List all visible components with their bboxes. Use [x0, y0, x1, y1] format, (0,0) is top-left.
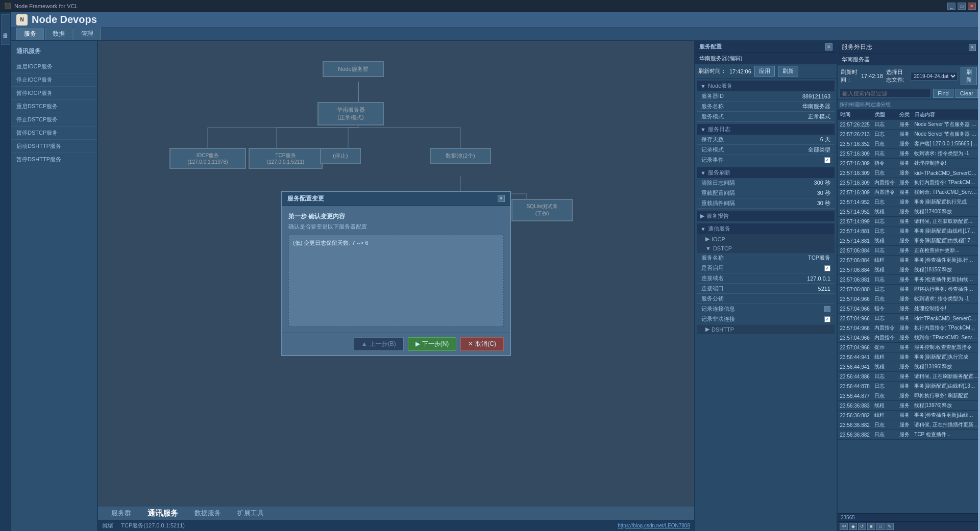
- service-report-title[interactable]: ▶ 服务报告: [697, 211, 835, 221]
- log-table-row[interactable]: 23:57:14:881 日志 服务 事务|刷新配置|由线程[17400]: [838, 226, 980, 236]
- log-cell-type: 线程: [872, 236, 897, 246]
- log-table-row[interactable]: 23:57:16:352 日志 服务 客户端[ 127.0.0.1:55665 …: [838, 139, 980, 149]
- log-table-row[interactable]: 23:57:26:225 日志 服务 Node Server 节点服务器 已停止: [838, 120, 980, 130]
- dialog-cancel-button[interactable]: ✕ 取消(C): [460, 337, 504, 351]
- dstcp-section-title[interactable]: ▼ DSTCP: [697, 244, 835, 253]
- collapse-icon-log: ▼: [700, 127, 706, 133]
- tree-item-1[interactable]: 停止IOCP服务: [11, 73, 97, 87]
- tree-item-2[interactable]: 暂停IOCP服务: [11, 87, 97, 100]
- log-col-time[interactable]: 时间: [838, 110, 873, 120]
- log-cell-type: 日志: [872, 246, 897, 256]
- log-table-row[interactable]: 23:57:04:966 日志 服务 收到请求: 指令类型为 -1: [838, 294, 980, 304]
- log-icon-diamond[interactable]: ◆: [849, 523, 857, 530]
- dshttp-section-title[interactable]: ▶ DSHTTP: [697, 324, 835, 334]
- log-col-type[interactable]: 类型: [872, 110, 897, 120]
- dialog-close-button[interactable]: ✕: [498, 195, 505, 202]
- log-table-row[interactable]: 23:57:16:309 指令 服务 处理控制指令!: [838, 159, 980, 168]
- log-table-row[interactable]: 23:57:16:309 日志 服务 kid=TPackCMD_ServerCo…: [838, 168, 980, 178]
- log-mode-row: 记录模式 全部类型: [697, 145, 835, 155]
- tree-item-0[interactable]: 重启IOCP服务: [11, 60, 97, 73]
- log-table-row[interactable]: 23:57:06:884 线程 服务 线程[18156]释放: [838, 265, 980, 275]
- dstcp-enabled-check[interactable]: ✓: [824, 265, 830, 271]
- bottom-tab-data[interactable]: 数据服务: [191, 508, 224, 519]
- log-table-row[interactable]: 23:56:36:883 线程 服务 线程[13976]释放: [838, 401, 980, 411]
- dialog-next-button[interactable]: ▶ 下一步(N): [408, 337, 457, 351]
- log-table-row[interactable]: 23:57:16:309 内置指令 服务 执行内置指令: TPackCMD_Se…: [838, 178, 980, 188]
- log-cell-type: 日志: [872, 149, 897, 159]
- log-col-content[interactable]: 日志内容: [912, 110, 979, 120]
- log-clear-button[interactable]: Clear: [955, 89, 978, 98]
- log-table-row[interactable]: 23:56:44:877 日志 服务 即将执行事务: 刷新配置: [838, 391, 980, 401]
- close-button[interactable]: ✕: [968, 3, 976, 10]
- log-cell-type: 线程: [872, 207, 897, 217]
- log-table-row[interactable]: 23:56:36:882 日志 服务 TCP 检查插件...: [838, 430, 980, 440]
- log-search-input[interactable]: [840, 89, 931, 98]
- sidebar-icon-platform[interactable]: 运维平台: [1, 14, 10, 45]
- log-table-row[interactable]: 23:57:04:966 指令 服务 处理控制指令!: [838, 304, 980, 314]
- log-table-row[interactable]: 23:57:06:884 线程 服务 事务[检查插件更新]执行完成: [838, 256, 980, 265]
- log-table-row[interactable]: 23:57:06:881 日志 服务 事务[检查插件更新]由线程[1815: [838, 275, 980, 285]
- log-table-row[interactable]: 23:57:14:881 线程 服务 事务[刷新配置]由线程[17400]提: [838, 236, 980, 246]
- log-table-row[interactable]: 23:56:44:878 日志 服务 事务[刷新配置]由线程[13196]提: [838, 382, 980, 391]
- tab-service[interactable]: 服务: [16, 28, 44, 40]
- log-cell-category: 服务: [897, 420, 912, 430]
- log-table-row[interactable]: 23:57:04:966 内置指令 服务 找到命: TPackCMD_Serve…: [838, 333, 980, 343]
- tab-manage[interactable]: 管理: [74, 28, 101, 40]
- log-file-select[interactable]: 2019-04-24.dat: [911, 72, 958, 81]
- service-schedule-title[interactable]: ▼ 服务刷新: [697, 167, 835, 178]
- log-icon-edit[interactable]: ✎: [886, 523, 894, 530]
- log-table-row[interactable]: 23:56:36:882 日志 服务 请稍候, 正在扫描插件更新...: [838, 420, 980, 430]
- log-table-row[interactable]: 23:57:16:309 日志 服务 收到请求: 指令类型为 -1: [838, 149, 980, 159]
- log-icon-empty[interactable]: □: [876, 523, 885, 530]
- log-table-row[interactable]: 23:57:16:309 内置指令 服务 找到命: TPackCMD_Serve…: [838, 188, 980, 197]
- iocp-section-title[interactable]: ▶ IOCP: [697, 234, 835, 244]
- comms-service-title[interactable]: ▼ 通信服务: [697, 223, 835, 234]
- title-bar-text: Node Framework for VCL: [14, 3, 78, 9]
- service-config-tab[interactable]: 华南服务器(编辑): [695, 53, 837, 64]
- log-col-category[interactable]: 分类: [897, 110, 912, 120]
- log-table-row[interactable]: 23:56:44:886 日志 服务 请稍候, 正在刷新服务配置...: [838, 372, 980, 382]
- log-find-button[interactable]: Find: [933, 89, 953, 98]
- dstcp-log-conn-check[interactable]: [824, 306, 830, 312]
- log-table-row[interactable]: 23:56:44:941 线程 服务 事务[刷新配置]执行完成: [838, 352, 980, 362]
- log-panel-tab[interactable]: 华南服务器: [838, 54, 980, 65]
- bottom-tab-cluster[interactable]: 服务群: [108, 508, 134, 519]
- log-icon-refresh[interactable]: ↺: [858, 523, 866, 530]
- service-config-close[interactable]: ✕: [825, 43, 832, 50]
- log-table-row[interactable]: 23:57:14:952 线程 服务 线程[17400]释放: [838, 207, 980, 217]
- service-log-title[interactable]: ▼ 服务日志: [697, 124, 835, 135]
- log-table-row[interactable]: 23:57:06:880 日志 服务 即将执行事务: 检查插件更新...: [838, 285, 980, 294]
- log-table-row[interactable]: 23:56:44:941 线程 服务 线程[13196]释放: [838, 362, 980, 372]
- tree-item-7[interactable]: 暂停DSHTTP服务: [11, 153, 97, 166]
- log-table-row[interactable]: 23:57:04:966 提示 服务 服务控制:收查查配置指令: [838, 343, 980, 352]
- log-table-row[interactable]: 23:57:04:966 日志 服务 kid=TPackCMD_ServerCo…: [838, 314, 980, 323]
- tree-item-5[interactable]: 暂停DSTCP服务: [11, 127, 97, 140]
- status-bar: 就绪 TCP服务(127.0.0.1:5211) https://blog.cs…: [98, 520, 694, 531]
- tree-item-6[interactable]: 启动DSHTTP服务: [11, 140, 97, 153]
- tab-data[interactable]: 数据: [45, 28, 72, 40]
- status-link[interactable]: https://blog.csdn.net/LEON7808: [618, 523, 690, 528]
- log-icon-zh[interactable]: 中: [840, 523, 848, 530]
- log-table-row[interactable]: 23:57:14:952 日志 服务 事务|刷新配置执行完成: [838, 197, 980, 207]
- log-refresh-button[interactable]: 刷新: [961, 67, 977, 85]
- dialog-prev-button[interactable]: ▲ 上一步(B): [354, 337, 404, 351]
- log-table-row[interactable]: 23:57:06:884 日志 服务 正在检查插件更新...: [838, 246, 980, 256]
- bottom-tab-tools[interactable]: 扩展工具: [234, 508, 267, 519]
- log-table-row[interactable]: 23:57:04:966 内置指令 服务 执行内置指令: TPackCMD_Se…: [838, 323, 980, 333]
- minimize-button[interactable]: _: [947, 3, 955, 10]
- log-panel-close[interactable]: ✕: [969, 44, 976, 51]
- tree-item-3[interactable]: 重启DSTCP服务: [11, 100, 97, 113]
- log-table-row[interactable]: 23:56:36:882 线程 服务 事务[检查插件更新]由线程[1397: [838, 411, 980, 420]
- log-cell-category: 服务: [897, 217, 912, 226]
- log-table-row[interactable]: 23:57:14:899 日志 服务 请稍候, 正在获取新配置...: [838, 217, 980, 226]
- restore-button[interactable]: ▭: [958, 3, 966, 10]
- log-event-check[interactable]: ✓: [824, 157, 830, 163]
- refresh-button[interactable]: 刷新: [778, 66, 798, 77]
- dstcp-log-illegal-check[interactable]: ✓: [824, 316, 830, 322]
- bottom-tab-comms[interactable]: 通讯服务: [144, 508, 181, 519]
- node-service-title[interactable]: ▼ Node服务: [697, 81, 835, 91]
- log-table-row[interactable]: 23:57:26:213 日志 服务 Node Server 节点服务器 即将停: [838, 130, 980, 139]
- log-icon-stop[interactable]: ■: [867, 523, 875, 530]
- apply-button[interactable]: 应用: [754, 66, 775, 77]
- tree-item-4[interactable]: 停止DSTCP服务: [11, 113, 97, 127]
